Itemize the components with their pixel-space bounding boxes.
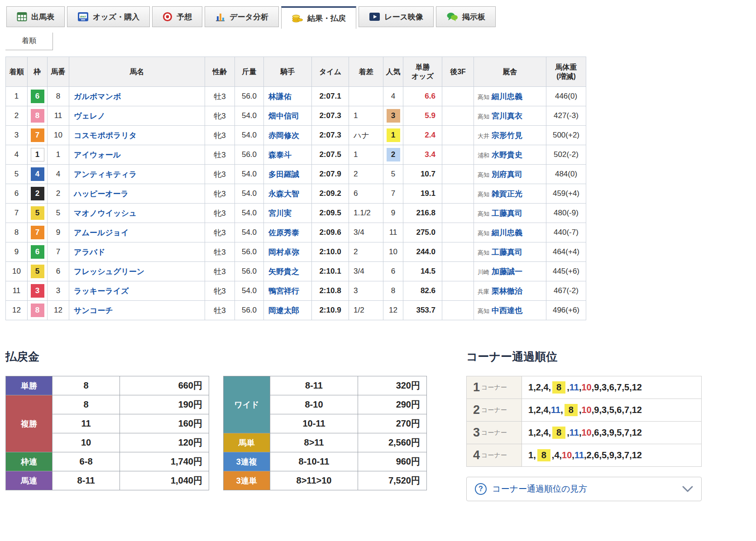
horse-name-link[interactable]: コスモポポラリタ (74, 131, 137, 140)
horse-position: 6 (617, 405, 622, 415)
trainer-link[interactable]: 栗林徹治 (492, 287, 522, 295)
frame-badge: 8 (31, 109, 44, 123)
jockey-link[interactable]: 赤岡修次 (268, 131, 299, 140)
carried-weight: 54.0 (235, 106, 264, 126)
jockey-link[interactable]: 佐原秀泰 (268, 228, 299, 237)
trainer-link[interactable]: 工藤真司 (492, 248, 522, 256)
jockey-link[interactable]: 岡村卓弥 (268, 248, 299, 256)
margin: 1 (349, 145, 383, 165)
frame-number-cell: 7 (28, 126, 48, 145)
trainer-link[interactable]: 加藤誠一 (492, 267, 522, 276)
tab-keijiban[interactable]: 掲示板 (436, 6, 496, 27)
jockey-link[interactable]: 森泰斗 (268, 151, 292, 159)
jockey-link[interactable]: 永森大智 (268, 190, 299, 198)
bet-type-label: 馬連 (6, 471, 53, 490)
last-3f (442, 281, 474, 301)
horse-name-link[interactable]: アラバド (74, 248, 105, 256)
horse-name-link[interactable]: ラッキーライズ (74, 287, 129, 295)
horse-position: 4 (543, 427, 548, 437)
horse-name-link[interactable]: ガルボマンボ (74, 92, 121, 101)
frame-badge: 4 (31, 167, 44, 181)
jockey-link[interactable]: 矢野貴之 (268, 267, 299, 276)
horse-weight: 445(+6) (546, 262, 586, 281)
stable-cell: 高知工藤真司 (474, 204, 546, 223)
tab-yoso[interactable]: 予想 (152, 6, 202, 27)
trainer-link[interactable]: 細川忠義 (492, 92, 522, 101)
trainer-link[interactable]: 別府真司 (492, 170, 522, 179)
frame-badge: 8 (31, 304, 44, 317)
tab-kekka[interactable]: 結果・払戻 (281, 6, 356, 29)
popularity: 11 (383, 223, 403, 242)
horse-name-link[interactable]: サンコーチ (74, 306, 113, 315)
win-odds: 6.6 (403, 87, 442, 106)
horse-number: 3 (48, 281, 69, 301)
frame-number-cell: 5 (28, 262, 48, 281)
tab-shutsubahyo[interactable]: 出馬表 (6, 6, 65, 27)
trainer-link[interactable]: 細川忠義 (492, 228, 522, 237)
frame-number-cell: 1 (28, 145, 48, 165)
corner-suffix: コーナー (481, 429, 507, 436)
horse-position: 7 (624, 427, 629, 437)
payout-row: 複勝8190円 (6, 395, 209, 414)
jockey-link[interactable]: 畑中信司 (268, 112, 299, 120)
payout-row: 枠連6-81,740円 (6, 452, 209, 471)
trainer-link[interactable]: 宗形竹見 (492, 131, 522, 140)
payout-title: 払戻金 (5, 349, 466, 364)
finish-time: 2:10.9 (312, 301, 349, 320)
horse-name-link[interactable]: フレッシュグリーン (74, 267, 144, 276)
horse-number: 6 (48, 262, 69, 281)
jockey-link[interactable]: 鴨宮祥行 (268, 287, 299, 295)
horse-name-link[interactable]: アイウォール (74, 151, 121, 159)
jockey-link[interactable]: 多田羅誠 (268, 170, 299, 179)
frame-badge: 6 (31, 90, 44, 103)
popularity: 5 (383, 165, 403, 184)
horse-weight: 467(-2) (546, 281, 586, 301)
frame-number-cell: 6 (28, 242, 48, 262)
subtab-finish-order[interactable]: 着順 (5, 33, 53, 50)
finish-rank: 9 (6, 242, 28, 262)
horse-position: 4 (554, 450, 559, 460)
frame-number-cell: 5 (28, 204, 48, 223)
finish-time: 2:10.1 (312, 262, 349, 281)
svg-text:IPAT: IPAT (80, 15, 86, 18)
horse-name-link[interactable]: ハッピーオーラ (74, 190, 129, 198)
corner-help-toggle[interactable]: ? コーナー通過順位の見方 (466, 477, 702, 501)
bet-combination: 8 (52, 395, 120, 414)
result-row: 2811ヴェレノ牝354.0畑中信司2:07.3135.9高知宮川真衣427(-… (6, 106, 586, 126)
trainer-link[interactable]: 雑賀正光 (492, 190, 522, 198)
carried-weight: 54.0 (235, 204, 264, 223)
jockey-cell: 赤岡修次 (264, 126, 312, 145)
stable-cell: 兵庫栗林徹治 (474, 281, 546, 301)
ipat-odds-icon: IPAT (77, 12, 89, 22)
trainer-link[interactable]: 宮川真衣 (492, 112, 522, 120)
tab-video[interactable]: レース映像 (359, 6, 434, 27)
jockey-cell: 鴨宮祥行 (264, 281, 312, 301)
sex-age: 牡3 (205, 242, 235, 262)
payout-amount: 7,520円 (358, 471, 427, 490)
horse-position: 6 (609, 382, 614, 392)
horse-name-link[interactable]: ヴェレノ (74, 112, 105, 120)
margin: 2 (349, 165, 383, 184)
frame-badge: 7 (31, 128, 44, 142)
win-odds: 2.4 (403, 126, 442, 145)
jockey-link[interactable]: 林謙佑 (268, 92, 292, 101)
jockey-link[interactable]: 岡遼太郎 (268, 306, 299, 315)
tab-data[interactable]: データ分析 (205, 6, 279, 27)
horse-name-cell: ラッキーライズ (69, 281, 205, 301)
trainer-link[interactable]: 工藤真司 (492, 209, 522, 218)
margin: 6 (349, 184, 383, 204)
tab-odds[interactable]: IPATオッズ・購入 (67, 6, 150, 27)
horse-name-link[interactable]: アムールジョイ (74, 228, 129, 237)
last-3f (442, 242, 474, 262)
trainer-link[interactable]: 中西達也 (492, 306, 522, 315)
stable-region: 高知 (478, 249, 489, 256)
horse-name-link[interactable]: アンティキティラ (74, 170, 137, 179)
payout-table-left: 単勝8660円複勝8190円11160円10120円枠連6-81,740円馬連8… (5, 376, 209, 490)
frame-number-cell: 3 (28, 281, 48, 301)
frame-badge: 6 (31, 245, 44, 259)
finish-time: 2:07.3 (312, 126, 349, 145)
horse-name-link[interactable]: マオノウイッシュ (74, 209, 137, 218)
corner-number: 2 (473, 403, 480, 417)
jockey-link[interactable]: 宮川実 (268, 209, 292, 218)
trainer-link[interactable]: 水野貴史 (492, 151, 522, 159)
